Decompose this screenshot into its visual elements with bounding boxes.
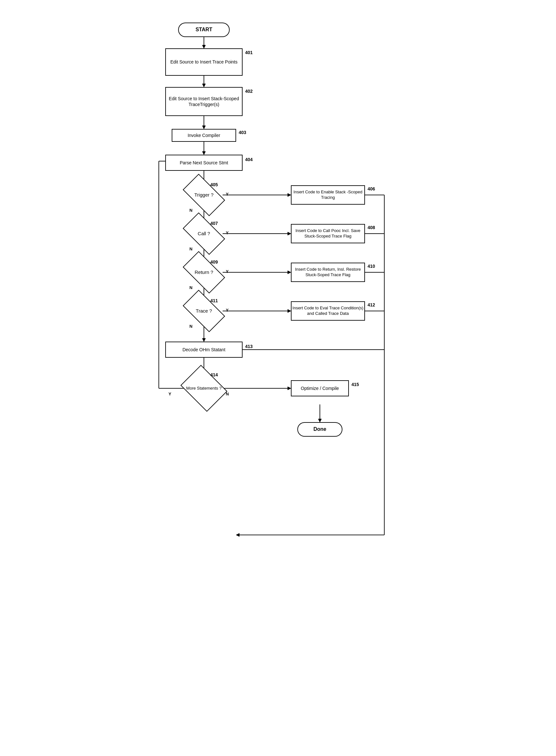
flowchart: START Edit Source to Insert Trace Points… (139, 13, 417, 722)
label-412: 412 (368, 302, 375, 307)
arrow-label-y409: Y (226, 269, 229, 274)
label-405: 405 (210, 182, 218, 187)
node-406: Insert Code to Enable Stack -Scoped Trac… (291, 185, 365, 205)
node-415: Optimize / Compile (291, 380, 349, 397)
node-404: Parse Next Source Stmt (165, 155, 243, 171)
svg-marker-3 (202, 84, 206, 87)
label-408: 408 (368, 225, 375, 230)
node-410: Insert Code to Return, Insl. Restore Stu… (291, 263, 365, 282)
node-402: Edit Source to Insert Stack-Scoped Trace… (165, 87, 243, 116)
arrow-label-y407: Y (226, 231, 229, 235)
node-403: Invoke Compiler (172, 129, 236, 142)
label-415: 415 (351, 382, 359, 387)
svg-marker-19 (288, 232, 291, 235)
svg-marker-45 (318, 419, 321, 422)
arrow-label-n407: N (189, 246, 192, 251)
node-408: Insert Code to Call Pooc Incl. Save Stuc… (291, 224, 365, 243)
svg-marker-24 (288, 271, 291, 274)
arrow-label-n414: N (226, 391, 229, 397)
label-411: 411 (210, 298, 218, 303)
label-414: 414 (210, 372, 218, 377)
start-node: START (178, 23, 230, 37)
label-403: 403 (239, 130, 246, 135)
node-412: Insert Code to Eval Trace Condition(s) a… (291, 301, 365, 321)
label-401: 401 (245, 50, 252, 55)
label-410: 410 (368, 264, 375, 269)
arrow-label-y411: Y (226, 308, 229, 313)
svg-marker-5 (202, 126, 206, 129)
svg-marker-7 (202, 151, 206, 155)
svg-marker-15 (236, 533, 239, 537)
svg-marker-43 (288, 387, 291, 390)
svg-marker-32 (202, 338, 206, 342)
svg-marker-29 (288, 309, 291, 313)
arrows-overlay (139, 13, 417, 722)
label-409: 409 (210, 260, 218, 265)
arrow-label-n411: N (189, 324, 192, 329)
label-406: 406 (368, 186, 375, 192)
arrow-label-y405: Y (226, 192, 229, 197)
label-404: 404 (245, 157, 252, 162)
arrow-label-y414: Y (169, 391, 171, 397)
node-414: More Statements ? (185, 374, 222, 403)
svg-marker-1 (202, 45, 206, 48)
node-413: Decode OHm Statant (165, 342, 243, 358)
arrow-label-n409: N (189, 285, 192, 290)
label-402: 402 (245, 89, 252, 94)
arrow-label-n405: N (189, 208, 192, 213)
label-407: 407 (210, 221, 218, 226)
node-401: Edit Source to Insert Trace Points (165, 48, 243, 76)
label-413: 413 (245, 344, 252, 349)
done-node: Done (297, 422, 342, 437)
svg-marker-11 (288, 193, 291, 197)
